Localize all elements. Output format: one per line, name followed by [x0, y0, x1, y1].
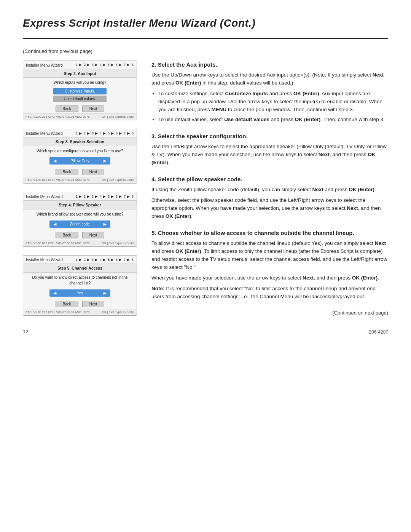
wizard-pillow-steps: 1 ▶ 2 ▶ 3 ▶ 4 ▶ 5 ▶ 6 ▶ 7 ▶ 8: [76, 194, 134, 200]
wizard-pillow-box: Installer Menu Wizard 1 ▶ 2 ▶ 3 ▶ 4 ▶ 5 …: [23, 192, 137, 247]
wizard-speaker-back-button[interactable]: Back: [56, 169, 78, 175]
wizard-channel-footer-left: PTC: V1.00.213 CPU: V03.07.00.01 ASC: 02…: [25, 310, 90, 315]
section-channel-para-1: To allow direct access to channels outsi…: [151, 240, 388, 272]
wizard-speaker-step-title: Step 3. Speaker Selection: [23, 137, 137, 146]
wizard-aux-nav: Back Next: [23, 104, 137, 113]
section-aux-bullet-2: To use default values, select Use defaul…: [158, 116, 388, 124]
doc-number: 206-4207: [369, 329, 388, 335]
left-column: Installer Menu Wizard 1 ▶ 2 ▶ 3 ▶ 4 ▶ 5 …: [23, 61, 137, 317]
wizard-aux-footer-left: PTC: V1.00.213 CPU: V03.07.00.01 ASC: 02…: [25, 115, 90, 119]
section-pillow-para-1: If using the Zenith pillow speaker code …: [151, 186, 388, 194]
wizard-pillow-title: Installer Menu Wizard: [26, 194, 63, 200]
wizard-aux-next-button[interactable]: Next: [82, 105, 105, 112]
pillow-prev-button[interactable]: ◄: [52, 222, 58, 227]
wizard-aux-box: Installer Menu Wizard 1 ▶ 2 ▶ 3 ▶ 4 ▶ 5 …: [23, 61, 137, 121]
section-aux-title: 2. Select the Aux inputs.: [151, 61, 388, 69]
section-aux-bullet-1: To customize settings, select Customize …: [158, 90, 388, 114]
section-pillow-para-2: Otherwise, select the pillow speaker cod…: [151, 197, 388, 220]
wizard-pillow-footer: PTC: V1.00.013 CPU: V03.07.00.01 ASC: 02…: [23, 240, 137, 246]
wizard-speaker-title: Installer Menu Wizard: [26, 131, 63, 136]
pillow-next-button[interactable]: ►: [102, 222, 108, 227]
use-default-values-button[interactable]: Use default values.: [53, 96, 107, 102]
channel-prev-button[interactable]: ◄: [52, 291, 58, 296]
section-channel-para-2: When you have made your selection, use t…: [151, 274, 388, 282]
right-column: 2. Select the Aux inputs. Use the Up/Dow…: [151, 61, 388, 317]
section-channel-note: Note: It is recommended that you select …: [151, 285, 388, 301]
wizard-pillow-next-button[interactable]: Next: [82, 232, 105, 238]
section-aux: 2. Select the Aux inputs. Use the Up/Dow…: [151, 61, 388, 124]
page-number: 12: [23, 328, 28, 335]
pillow-value: Zenith code: [60, 221, 100, 227]
page-title: Express Script Installer Menu Wizard (Co…: [23, 15, 388, 31]
channel-next-button[interactable]: ►: [102, 291, 108, 296]
wizard-pillow-back-button[interactable]: Back: [56, 232, 78, 238]
speaker-next-button[interactable]: ►: [102, 158, 108, 163]
wizard-pillow-footer-right: OK | Exit Express Script: [102, 241, 134, 246]
wizard-channel-footer-right: OK | Exit Express Script: [102, 310, 134, 315]
customize-inputs-button[interactable]: Customize Inputs.: [53, 88, 107, 94]
wizard-channel-options: ◄ Yes ►: [23, 287, 137, 299]
pillow-selector[interactable]: ◄ Zenith code ►: [49, 220, 110, 228]
wizard-channel-step-title: Step 5. Channel Access: [23, 264, 137, 273]
wizard-speaker-question: Which speaker configuration would you li…: [23, 146, 137, 155]
wizard-pillow-options: ◄ Zenith code ►: [23, 218, 137, 230]
wizard-speaker-next-button[interactable]: Next: [82, 169, 105, 175]
wizard-aux-options: Customize Inputs. Use default values.: [23, 86, 137, 104]
wizard-aux-footer-right: OK | Exit Express Script: [102, 115, 134, 119]
section-channel-title: 5. Choose whether to allow access to cha…: [151, 229, 388, 238]
speaker-prev-button[interactable]: ◄: [52, 158, 58, 163]
wizard-speaker-header: Installer Menu Wizard 1 ▶ 2 ▶ 3 ▶ 4 ▶ 5 …: [23, 129, 137, 137]
wizard-pillow-header: Installer Menu Wizard 1 ▶ 2 ▶ 3 ▶ 4 ▶ 5 …: [23, 192, 137, 201]
wizard-speaker-footer-left: PTC: V1.00.013 CPU: V03.07.00.01 ASC: 02…: [25, 178, 90, 182]
section-aux-bullets: To customize settings, select Customize …: [158, 90, 388, 124]
section-aux-body: Use the Up/Down arrow keys to select the…: [151, 71, 388, 124]
wizard-pillow-question: Which brand pillow speaker code will you…: [23, 209, 137, 218]
continued-next-label: (Continued on next page): [151, 309, 388, 317]
speaker-selector[interactable]: ◄ Pillow Only ►: [49, 157, 110, 165]
top-divider: [23, 38, 388, 39]
wizard-channel-header: Installer Menu Wizard 1 ▶ 2 ▶ 3 ▶ 4 ▶ 5 …: [23, 256, 137, 264]
wizard-channel-footer: PTC: V1.00.213 CPU: V03.07.00.01 ASC: 02…: [23, 309, 137, 315]
wizard-channel-box: Installer Menu Wizard 1 ▶ 2 ▶ 3 ▶ 4 ▶ 5 …: [23, 255, 137, 316]
wizard-channel-title: Installer Menu Wizard: [26, 257, 63, 263]
section-pillow-body: If using the Zenith pillow speaker code …: [151, 186, 388, 220]
wizard-channel-nav: Back Next: [23, 299, 137, 309]
wizard-speaker-options: ◄ Pillow Only ►: [23, 155, 137, 167]
page-footer: 12 206-4207: [23, 328, 388, 335]
wizard-aux-step-title: Step 2. Aux Input: [23, 69, 137, 78]
section-pillow: 4. Select the pillow speaker code. If us…: [151, 175, 388, 220]
wizard-aux-steps: 1 ▶ 2 ▶ 3 ▶ 4 ▶ 5 ▶ 6 ▶ 7 ▶ 8: [76, 62, 134, 68]
wizard-channel-steps: 1 ▶ 2 ▶ 3 ▶ 4 ▶ 5 ▶ 6 ▶ 7 ▶ 8: [76, 257, 134, 263]
section-channel-body: To allow direct access to channels outsi…: [151, 240, 388, 300]
wizard-aux-question: Which inputs will you be using?: [23, 78, 137, 86]
wizard-speaker-footer: PTC: V1.00.013 CPU: V03.07.00.01 ASC: 02…: [23, 177, 137, 183]
wizard-pillow-footer-left: PTC: V1.00.013 CPU: V03.07.00.01 ASC: 02…: [25, 241, 90, 246]
wizard-channel-back-button[interactable]: Back: [56, 301, 78, 307]
wizard-channel-next-button[interactable]: Next: [82, 301, 105, 307]
speaker-value: Pillow Only: [60, 158, 100, 164]
wizard-speaker-steps: 1 ▶ 2 ▶ 3 ▶ 4 ▶ 5 ▶ 6 ▶ 7 ▶ 8: [76, 131, 134, 136]
channel-selector[interactable]: ◄ Yes ►: [49, 289, 110, 297]
wizard-speaker-nav: Back Next: [23, 167, 137, 177]
wizard-speaker-footer-right: OK | Exit Express Script: [102, 178, 134, 182]
continued-from-label: (Continued from previous page): [23, 48, 388, 55]
wizard-aux-title: Installer Menu Wizard: [26, 62, 63, 68]
section-speaker-body: Use the Left/Right arrow keys to select …: [151, 143, 388, 167]
section-pillow-title: 4. Select the pillow speaker code.: [151, 175, 388, 184]
section-speaker-para-1: Use the Left/Right arrow keys to select …: [151, 143, 388, 167]
main-layout: Installer Menu Wizard 1 ▶ 2 ▶ 3 ▶ 4 ▶ 5 …: [23, 61, 388, 317]
wizard-aux-back-button[interactable]: Back: [56, 105, 78, 112]
section-channel: 5. Choose whether to allow access to cha…: [151, 229, 388, 301]
wizard-pillow-nav: Back Next: [23, 230, 137, 240]
section-speaker-title: 3. Select the speaker configuration.: [151, 132, 388, 141]
wizard-aux-header: Installer Menu Wizard 1 ▶ 2 ▶ 3 ▶ 4 ▶ 5 …: [23, 61, 137, 69]
section-speaker: 3. Select the speaker configuration. Use…: [151, 132, 388, 167]
wizard-aux-footer: PTC: V1.00.213 CPU: V03.07.00.01 ASC: 02…: [23, 113, 137, 120]
wizard-pillow-step-title: Step 4. Pillow Speaker: [23, 201, 137, 209]
wizard-speaker-box: Installer Menu Wizard 1 ▶ 2 ▶ 3 ▶ 4 ▶ 5 …: [23, 129, 137, 184]
section-aux-para-1: Use the Up/Down arrow keys to select the…: [151, 71, 388, 87]
wizard-channel-question: Do you want to allow direct access to ch…: [23, 273, 137, 287]
channel-value: Yes: [60, 290, 100, 296]
